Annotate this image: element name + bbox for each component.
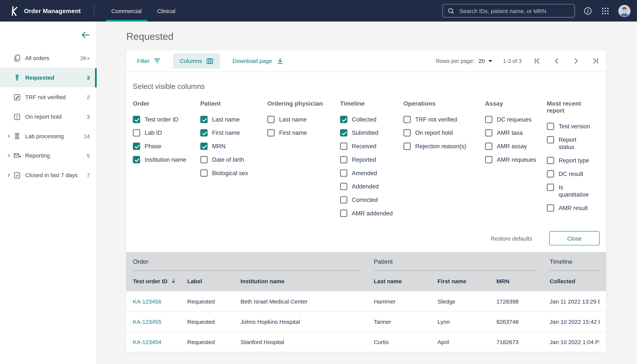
previous-page-button[interactable] xyxy=(552,57,560,65)
checkbox[interactable] xyxy=(133,142,140,150)
checkbox[interactable] xyxy=(200,116,208,123)
column-option[interactable]: MRN xyxy=(200,142,267,150)
checkbox[interactable] xyxy=(340,170,348,177)
column-header-label[interactable]: Label xyxy=(187,278,240,284)
checkbox[interactable] xyxy=(340,142,348,150)
column-header-collected[interactable]: Collected xyxy=(550,278,600,284)
checkbox[interactable] xyxy=(547,157,554,164)
sidebar-item-requested[interactable]: Requested 3 xyxy=(0,68,96,88)
checkbox[interactable] xyxy=(485,142,492,150)
test-order-id-link[interactable]: KA-123455 xyxy=(133,318,161,325)
column-option[interactable]: Phase xyxy=(133,142,200,150)
column-option[interactable]: Institution name xyxy=(133,156,200,164)
column-option[interactable]: Date of birth xyxy=(200,156,267,164)
test-order-id-link[interactable]: KA-123454 xyxy=(133,338,161,345)
column-option[interactable]: On report hold xyxy=(404,129,485,136)
column-option[interactable]: TRF not verified xyxy=(404,116,485,123)
chevron-right-icon[interactable] xyxy=(5,173,13,178)
checkbox[interactable] xyxy=(547,184,554,191)
column-option[interactable]: AMR assay xyxy=(485,142,547,150)
checkbox[interactable] xyxy=(133,116,140,123)
column-option[interactable]: Report status xyxy=(547,136,600,151)
checkbox[interactable] xyxy=(547,136,554,144)
checkbox[interactable] xyxy=(404,129,411,136)
checkbox[interactable] xyxy=(267,116,275,123)
column-option[interactable]: Reported xyxy=(340,156,404,164)
table-row[interactable]: KA-123454 Requested Stanford Hospital Cu… xyxy=(126,332,606,352)
sidebar-item-lab-processing[interactable]: Lab processing 14 xyxy=(0,126,96,146)
column-option[interactable]: DC requeues xyxy=(485,116,547,123)
table-row[interactable]: KA-123456 Requested Beth Israel Medical … xyxy=(126,291,606,312)
column-option[interactable]: Is quantitative xyxy=(547,184,600,198)
column-option[interactable]: First name xyxy=(200,129,267,136)
checkbox[interactable] xyxy=(485,116,492,123)
filter-button[interactable]: Filter xyxy=(133,54,165,68)
search-input[interactable] xyxy=(458,7,570,14)
column-option[interactable]: Biological sex xyxy=(200,170,267,177)
sidebar-item-all-orders[interactable]: All orders 2K+ xyxy=(0,48,96,68)
test-order-id-link[interactable]: KA-123456 xyxy=(133,298,161,304)
column-option[interactable]: AMR requeues xyxy=(485,156,547,164)
columns-button[interactable]: Columns xyxy=(173,54,220,68)
column-option[interactable]: Rejection reason(s) xyxy=(404,142,485,150)
chevron-right-icon[interactable] xyxy=(5,153,13,158)
close-button[interactable]: Close xyxy=(549,231,600,245)
column-option[interactable]: Submitted xyxy=(340,129,404,136)
checkbox[interactable] xyxy=(485,129,492,136)
sidebar-item-reporting[interactable]: Reporting 5 xyxy=(0,146,96,165)
checkbox[interactable] xyxy=(340,183,348,190)
sidebar-collapse-button[interactable] xyxy=(80,29,91,40)
column-option[interactable]: Test version xyxy=(547,123,600,130)
column-option[interactable]: Collected xyxy=(340,116,404,123)
checkbox[interactable] xyxy=(200,142,208,150)
user-avatar[interactable] xyxy=(618,5,630,17)
chevron-right-icon[interactable] xyxy=(5,134,13,138)
checkbox[interactable] xyxy=(133,129,140,136)
checkbox[interactable] xyxy=(200,156,208,164)
checkbox[interactable] xyxy=(340,210,348,217)
column-header-test-order-id[interactable]: Test order ID xyxy=(133,278,187,284)
column-header-mrn[interactable]: MRN xyxy=(496,278,550,284)
column-option[interactable]: Lab ID xyxy=(133,129,200,136)
column-option[interactable]: First name xyxy=(267,129,340,136)
checkbox[interactable] xyxy=(547,170,554,178)
next-page-button[interactable] xyxy=(572,57,580,65)
column-header-first-name[interactable]: First name xyxy=(438,278,496,284)
first-page-button[interactable] xyxy=(533,57,541,65)
checkbox[interactable] xyxy=(340,129,348,136)
sidebar-item-trf-not-verified[interactable]: TRF not verified 2 xyxy=(0,88,96,107)
global-search[interactable] xyxy=(442,4,575,18)
checkbox[interactable] xyxy=(133,156,140,164)
column-option[interactable]: Amended xyxy=(340,170,404,177)
last-page-button[interactable] xyxy=(592,57,600,65)
info-button[interactable] xyxy=(583,6,592,15)
column-option[interactable]: AMR addended xyxy=(340,210,404,217)
sidebar-item-on-report-hold[interactable]: On report hold 3 xyxy=(0,107,96,126)
column-option[interactable]: DC result xyxy=(547,170,600,178)
apps-menu-button[interactable] xyxy=(601,6,610,15)
checkbox[interactable] xyxy=(340,116,348,123)
column-option[interactable]: Corrected xyxy=(340,196,404,204)
checkbox[interactable] xyxy=(200,170,208,177)
checkbox[interactable] xyxy=(547,123,554,130)
column-option[interactable]: Report type xyxy=(547,157,600,164)
column-option[interactable]: Addended xyxy=(340,183,404,190)
checkbox[interactable] xyxy=(340,156,348,164)
checkbox[interactable] xyxy=(340,196,348,204)
column-option[interactable]: Test order ID xyxy=(133,116,200,123)
tab-commercial[interactable]: Commercial xyxy=(106,0,147,22)
tab-clinical[interactable]: Clinical xyxy=(151,0,181,22)
download-page-button[interactable]: Download page xyxy=(228,54,288,68)
column-header-last-name[interactable]: Last name xyxy=(374,278,437,284)
restore-defaults-button[interactable]: Restore defaults xyxy=(488,232,536,245)
column-option[interactable]: Last name xyxy=(200,116,267,123)
column-header-institution-name[interactable]: Institution name xyxy=(240,278,374,284)
column-option[interactable]: AMR taxa xyxy=(485,129,547,136)
checkbox[interactable] xyxy=(200,129,208,136)
sidebar-item-closed-last-7-days[interactable]: Closed in last 7 days 7 xyxy=(0,165,96,185)
rows-per-page-select[interactable]: 20 xyxy=(478,58,492,64)
column-option[interactable]: AMR result xyxy=(547,204,600,212)
column-option[interactable]: Last name xyxy=(267,116,340,123)
checkbox[interactable] xyxy=(404,142,411,150)
checkbox[interactable] xyxy=(547,204,554,212)
